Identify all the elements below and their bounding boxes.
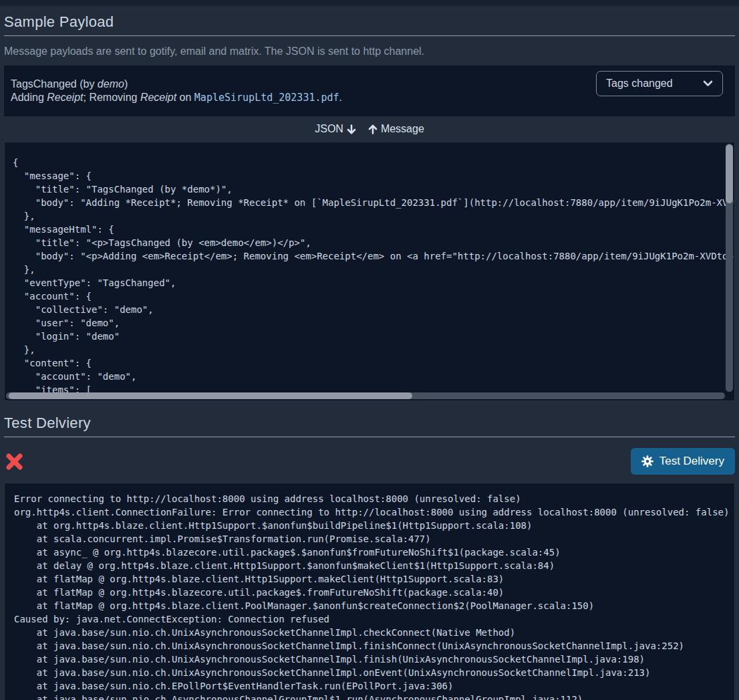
failure-x-icon	[5, 453, 23, 471]
test-delivery-button[interactable]: Test Delivery	[631, 448, 735, 475]
code-line: "account": "demo",	[13, 370, 726, 383]
code-line: at flatMap @ org.http4s.blaze.client.Htt…	[14, 572, 725, 586]
event-actor: demo	[98, 78, 124, 90]
code-line: at java.base/sun.nio.ch.UnixAsynchronous…	[14, 626, 725, 639]
code-line: at java.base/sun.nio.ch.UnixAsynchronous…	[14, 639, 725, 653]
vertical-scrollbar[interactable]	[726, 144, 733, 392]
tab-message[interactable]: Message	[368, 123, 424, 135]
code-line: at java.base/sun.nio.ch.AsynchronousChan…	[14, 693, 725, 700]
code-line: at flatMap @ org.http4s.blazecore.util.p…	[14, 586, 725, 599]
tab-message-label: Message	[381, 123, 424, 135]
code-line: at org.http4s.blaze.client.Http1Support.…	[14, 519, 725, 532]
code-line: "account": {	[13, 289, 726, 303]
horizontal-scrollbar-thumb[interactable]	[9, 392, 412, 399]
code-line: "content": {	[13, 356, 726, 370]
code-line: },	[13, 209, 726, 223]
test-delivery-error-log: Error connecting to http://localhost:800…	[4, 483, 735, 700]
code-line: "eventType": "TagsChanged",	[13, 276, 726, 289]
test-delivery-controls: Test Delivery	[4, 448, 735, 475]
event-title-suffix: )	[124, 78, 128, 90]
code-line: "login": "demo"	[13, 330, 726, 343]
chevron-down-icon	[703, 80, 713, 87]
event-body-text: .	[339, 92, 342, 103]
code-line: "title": "TagsChanged (by *demo*)",	[13, 183, 726, 196]
test-delivery-button-label: Test Delivery	[659, 455, 724, 468]
payload-view-tabs: JSON Message	[4, 116, 735, 142]
notification-channel-page: Sample Payload Message payloads are sent…	[0, 0, 739, 700]
code-line: "body": "<p>Adding <em>Receipt</em>; Rem…	[13, 249, 726, 263]
json-payload-lines: { "message": { "title": "TagsChanged (by…	[13, 156, 726, 396]
event-preview-box: TagsChanged (by demo) Adding Receipt; Re…	[4, 66, 735, 116]
code-line: at java.base/sun.nio.ch.UnixAsynchronous…	[14, 653, 725, 666]
arrow-up-icon	[368, 124, 378, 134]
code-line: "messageHtml": {	[13, 223, 726, 236]
json-payload-code-block: { "message": { "title": "TagsChanged (by…	[4, 142, 735, 401]
event-body-text: ; Removing	[84, 92, 140, 103]
event-title-prefix: TagsChanged (by	[11, 78, 98, 90]
item-link[interactable]: MapleSirupLtd_202331.pdf	[194, 92, 339, 104]
code-line: "title": "<p>TagsChanged (by <em>demo</e…	[13, 236, 726, 249]
event-body-text: on	[176, 92, 194, 103]
sample-payload-description: Message payloads are sent to gotify, ema…	[4, 45, 735, 58]
event-type-select[interactable]: Tags changed	[596, 71, 723, 96]
event-type-selected-value: Tags changed	[606, 78, 673, 90]
arrow-down-icon	[347, 124, 356, 134]
code-line: "message": {	[13, 169, 726, 183]
horizontal-scrollbar[interactable]	[6, 392, 725, 399]
code-line: "body": "Adding *Receipt*; Removing *Rec…	[13, 196, 726, 209]
code-line: at flatMap @ org.http4s.blaze.client.Poo…	[14, 599, 725, 612]
code-line: },	[13, 263, 726, 276]
tag-removed: Receipt	[140, 92, 176, 103]
top-divider-strip	[0, 0, 739, 6]
code-line: "collective": "demo",	[13, 303, 726, 316]
code-line: at async_ @ org.http4s.blazecore.util.pa…	[14, 546, 725, 559]
code-line: },	[13, 343, 726, 356]
tab-json-label: JSON	[315, 123, 343, 135]
code-line: at delay @ org.http4s.blaze.client.Http1…	[14, 559, 725, 572]
code-line: Caused by: java.net.ConnectException: Co…	[14, 612, 725, 626]
test-delivery-title: Test Delviery	[4, 415, 735, 437]
code-line: "user": "demo",	[13, 316, 726, 330]
vertical-scrollbar-thumb[interactable]	[726, 144, 733, 203]
code-line: org.http4s.client.ConnectionFailure: Err…	[14, 505, 725, 519]
tab-json[interactable]: JSON	[315, 123, 356, 135]
code-line: at java.base/sun.nio.ch.UnixAsynchronous…	[14, 666, 725, 679]
gear-icon	[641, 455, 653, 467]
event-body-text: Adding	[11, 92, 47, 103]
code-line: {	[13, 156, 726, 169]
code-line: Error connecting to http://localhost:800…	[14, 492, 725, 505]
code-line: at scala.concurrent.impl.Promise$Transfo…	[14, 532, 725, 546]
code-line: at java.base/sun.nio.ch.EPollPort$EventH…	[14, 679, 725, 693]
sample-payload-title: Sample Payload	[4, 14, 735, 36]
tag-added: Receipt	[47, 92, 83, 103]
